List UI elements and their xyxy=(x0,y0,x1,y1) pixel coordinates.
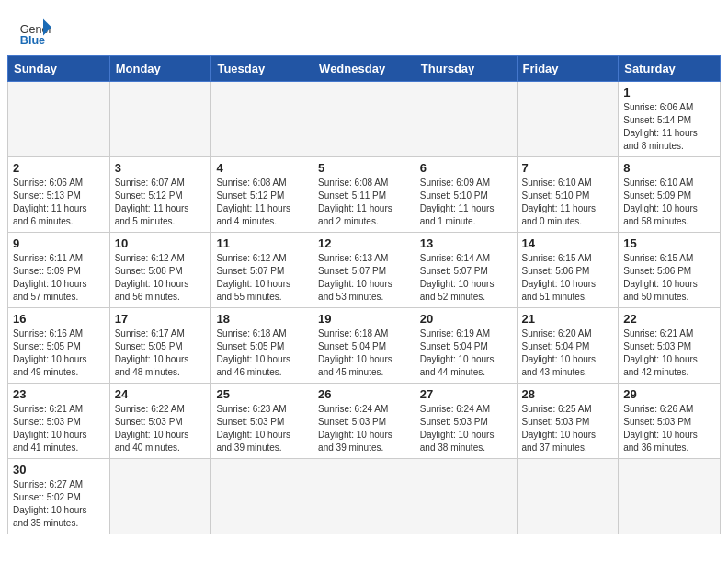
day-of-week-header: Wednesday xyxy=(313,56,415,82)
calendar-day-cell xyxy=(415,459,517,534)
day-info: Sunrise: 6:27 AMSunset: 5:02 PMDaylight:… xyxy=(13,478,105,530)
day-info: Sunrise: 6:24 AMSunset: 5:03 PMDaylight:… xyxy=(318,403,410,454)
day-info: Sunrise: 6:15 AMSunset: 5:06 PMDaylight:… xyxy=(623,252,715,304)
day-info: Sunrise: 6:11 AMSunset: 5:09 PMDaylight:… xyxy=(13,252,105,304)
day-number: 24 xyxy=(115,387,207,401)
day-info: Sunrise: 6:14 AMSunset: 5:07 PMDaylight:… xyxy=(420,252,512,304)
calendar-day-cell xyxy=(415,82,517,157)
page-header: General Blue xyxy=(0,0,728,55)
day-number: 14 xyxy=(522,236,614,250)
day-info: Sunrise: 6:21 AMSunset: 5:03 PMDaylight:… xyxy=(623,327,715,379)
day-info: Sunrise: 6:26 AMSunset: 5:03 PMDaylight:… xyxy=(623,403,715,454)
calendar-day-cell: 23Sunrise: 6:21 AMSunset: 5:03 PMDayligh… xyxy=(8,384,110,459)
calendar-day-cell: 30Sunrise: 6:27 AMSunset: 5:02 PMDayligh… xyxy=(8,459,110,534)
day-number: 16 xyxy=(13,312,105,326)
day-info: Sunrise: 6:07 AMSunset: 5:12 PMDaylight:… xyxy=(115,177,207,228)
day-number: 30 xyxy=(13,463,105,477)
day-info: Sunrise: 6:25 AMSunset: 5:03 PMDaylight:… xyxy=(522,403,614,454)
calendar-day-cell xyxy=(313,82,415,157)
calendar-day-cell: 16Sunrise: 6:16 AMSunset: 5:05 PMDayligh… xyxy=(8,308,110,384)
day-number: 13 xyxy=(420,236,512,250)
day-number: 5 xyxy=(318,161,410,175)
day-info: Sunrise: 6:20 AMSunset: 5:04 PMDaylight:… xyxy=(522,327,614,379)
day-info: Sunrise: 6:15 AMSunset: 5:06 PMDaylight:… xyxy=(522,252,614,304)
day-number: 22 xyxy=(623,312,715,326)
calendar-day-cell: 1Sunrise: 6:06 AMSunset: 5:14 PMDaylight… xyxy=(619,82,721,157)
day-number: 25 xyxy=(216,387,308,401)
calendar-day-cell: 17Sunrise: 6:17 AMSunset: 5:05 PMDayligh… xyxy=(109,308,211,384)
calendar-week-row: 2Sunrise: 6:06 AMSunset: 5:13 PMDaylight… xyxy=(8,157,721,233)
calendar-day-cell: 19Sunrise: 6:18 AMSunset: 5:04 PMDayligh… xyxy=(313,308,415,384)
calendar-header: SundayMondayTuesdayWednesdayThursdayFrid… xyxy=(8,56,721,82)
calendar-day-cell xyxy=(109,459,211,534)
day-info: Sunrise: 6:18 AMSunset: 5:05 PMDaylight:… xyxy=(216,327,308,379)
calendar-day-cell: 4Sunrise: 6:08 AMSunset: 5:12 PMDaylight… xyxy=(211,157,313,233)
day-number: 1 xyxy=(623,86,715,99)
day-number: 3 xyxy=(115,161,207,175)
day-number: 23 xyxy=(13,387,105,401)
day-info: Sunrise: 6:21 AMSunset: 5:03 PMDaylight:… xyxy=(13,403,105,454)
calendar-day-cell xyxy=(517,82,619,157)
calendar-day-cell xyxy=(313,459,415,534)
day-info: Sunrise: 6:23 AMSunset: 5:03 PMDaylight:… xyxy=(216,403,308,454)
day-number: 27 xyxy=(420,387,512,401)
calendar-day-cell xyxy=(619,459,721,534)
day-number: 28 xyxy=(522,387,614,401)
day-number: 8 xyxy=(623,161,715,175)
calendar-day-cell: 11Sunrise: 6:12 AMSunset: 5:07 PMDayligh… xyxy=(211,233,313,308)
day-info: Sunrise: 6:24 AMSunset: 5:03 PMDaylight:… xyxy=(420,403,512,454)
day-info: Sunrise: 6:16 AMSunset: 5:05 PMDaylight:… xyxy=(13,327,105,379)
calendar-day-cell: 28Sunrise: 6:25 AMSunset: 5:03 PMDayligh… xyxy=(517,384,619,459)
calendar-day-cell: 9Sunrise: 6:11 AMSunset: 5:09 PMDaylight… xyxy=(8,233,110,308)
calendar-day-cell: 24Sunrise: 6:22 AMSunset: 5:03 PMDayligh… xyxy=(109,384,211,459)
logo: General Blue xyxy=(18,15,55,48)
calendar-day-cell xyxy=(211,459,313,534)
day-info: Sunrise: 6:06 AMSunset: 5:13 PMDaylight:… xyxy=(13,177,105,228)
calendar-day-cell: 26Sunrise: 6:24 AMSunset: 5:03 PMDayligh… xyxy=(313,384,415,459)
svg-text:Blue: Blue xyxy=(20,34,45,47)
day-of-week-header: Saturday xyxy=(619,56,721,82)
calendar-day-cell: 29Sunrise: 6:26 AMSunset: 5:03 PMDayligh… xyxy=(619,384,721,459)
calendar-day-cell: 8Sunrise: 6:10 AMSunset: 5:09 PMDaylight… xyxy=(619,157,721,233)
day-number: 15 xyxy=(623,236,715,250)
calendar-day-cell xyxy=(211,82,313,157)
day-number: 18 xyxy=(216,312,308,326)
calendar-day-cell: 20Sunrise: 6:19 AMSunset: 5:04 PMDayligh… xyxy=(415,308,517,384)
calendar-week-row: 9Sunrise: 6:11 AMSunset: 5:09 PMDaylight… xyxy=(8,233,721,308)
calendar-day-cell: 12Sunrise: 6:13 AMSunset: 5:07 PMDayligh… xyxy=(313,233,415,308)
calendar-container: SundayMondayTuesdayWednesdayThursdayFrid… xyxy=(0,55,728,542)
day-info: Sunrise: 6:08 AMSunset: 5:11 PMDaylight:… xyxy=(318,177,410,228)
day-number: 10 xyxy=(115,236,207,250)
calendar-day-cell: 14Sunrise: 6:15 AMSunset: 5:06 PMDayligh… xyxy=(517,233,619,308)
calendar-day-cell: 22Sunrise: 6:21 AMSunset: 5:03 PMDayligh… xyxy=(619,308,721,384)
calendar-week-row: 30Sunrise: 6:27 AMSunset: 5:02 PMDayligh… xyxy=(8,459,721,534)
day-number: 17 xyxy=(115,312,207,326)
day-number: 2 xyxy=(13,161,105,175)
day-info: Sunrise: 6:13 AMSunset: 5:07 PMDaylight:… xyxy=(318,252,410,304)
calendar-body: 1Sunrise: 6:06 AMSunset: 5:14 PMDaylight… xyxy=(8,82,721,534)
day-number: 19 xyxy=(318,312,410,326)
calendar-week-row: 16Sunrise: 6:16 AMSunset: 5:05 PMDayligh… xyxy=(8,308,721,384)
calendar-day-cell xyxy=(8,82,110,157)
day-info: Sunrise: 6:19 AMSunset: 5:04 PMDaylight:… xyxy=(420,327,512,379)
day-info: Sunrise: 6:22 AMSunset: 5:03 PMDaylight:… xyxy=(115,403,207,454)
calendar-day-cell: 7Sunrise: 6:10 AMSunset: 5:10 PMDaylight… xyxy=(517,157,619,233)
day-number: 21 xyxy=(522,312,614,326)
calendar-table: SundayMondayTuesdayWednesdayThursdayFrid… xyxy=(7,55,721,534)
calendar-day-cell: 3Sunrise: 6:07 AMSunset: 5:12 PMDaylight… xyxy=(109,157,211,233)
calendar-day-cell: 2Sunrise: 6:06 AMSunset: 5:13 PMDaylight… xyxy=(8,157,110,233)
day-number: 29 xyxy=(623,387,715,401)
calendar-day-cell xyxy=(109,82,211,157)
calendar-day-cell: 10Sunrise: 6:12 AMSunset: 5:08 PMDayligh… xyxy=(109,233,211,308)
day-number: 7 xyxy=(522,161,614,175)
day-number: 4 xyxy=(216,161,308,175)
calendar-day-cell: 27Sunrise: 6:24 AMSunset: 5:03 PMDayligh… xyxy=(415,384,517,459)
calendar-day-cell: 6Sunrise: 6:09 AMSunset: 5:10 PMDaylight… xyxy=(415,157,517,233)
day-info: Sunrise: 6:08 AMSunset: 5:12 PMDaylight:… xyxy=(216,177,308,228)
day-of-week-header: Tuesday xyxy=(211,56,313,82)
calendar-day-cell: 25Sunrise: 6:23 AMSunset: 5:03 PMDayligh… xyxy=(211,384,313,459)
calendar-day-cell: 15Sunrise: 6:15 AMSunset: 5:06 PMDayligh… xyxy=(619,233,721,308)
calendar-day-cell: 21Sunrise: 6:20 AMSunset: 5:04 PMDayligh… xyxy=(517,308,619,384)
day-number: 6 xyxy=(420,161,512,175)
day-info: Sunrise: 6:09 AMSunset: 5:10 PMDaylight:… xyxy=(420,177,512,228)
